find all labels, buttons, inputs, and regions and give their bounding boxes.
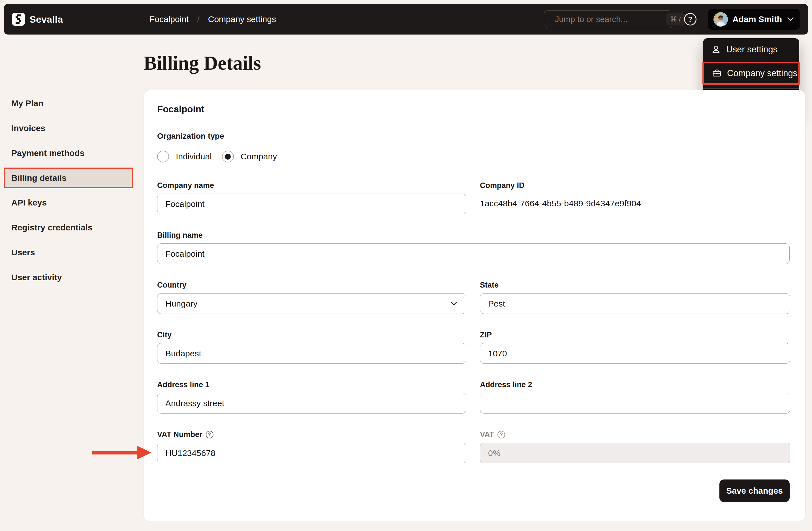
country-field-group: Country Hungary xyxy=(157,280,466,314)
sidebar-item-users[interactable]: Users xyxy=(11,247,35,257)
breadcrumb-page: Company settings xyxy=(208,14,276,24)
brand-name: Sevalla xyxy=(29,14,63,25)
country-selected-value: Hungary xyxy=(165,299,197,309)
company-id-group: Company ID 1acc48b4-7664-4b55-b489-9d434… xyxy=(480,181,790,214)
briefcase-icon xyxy=(712,69,721,78)
company-id-value: 1acc48b4-7664-4b55-b489-9d4347e9f904 xyxy=(480,199,790,208)
menu-item-user-settings[interactable]: User settings xyxy=(703,41,799,59)
radio-label-individual: Individual xyxy=(176,152,212,161)
radio-option-individual[interactable]: Individual xyxy=(157,151,212,162)
annotation-arrow xyxy=(91,444,152,462)
billing-details-card: Focalpoint Organization type Individual … xyxy=(144,90,806,521)
breadcrumb-project[interactable]: Focalpoint xyxy=(149,14,189,24)
sidebar-item-registry-credentials[interactable]: Registry credentials xyxy=(11,222,92,233)
breadcrumb: Focalpoint / Company settings xyxy=(149,4,276,34)
sidebar-item-payment-methods[interactable]: Payment methods xyxy=(11,148,84,158)
address1-field-group: Address line 1 xyxy=(157,380,466,414)
vat-input xyxy=(480,443,790,463)
sidebar-item-billing-details[interactable]: Billing details xyxy=(11,173,67,183)
zip-label: ZIP xyxy=(480,330,790,340)
radio-label-company: Company xyxy=(241,152,277,161)
radio-option-company[interactable]: Company xyxy=(222,151,277,162)
pixel-s-glyph xyxy=(15,14,22,24)
vat-number-label-text: VAT Number xyxy=(157,430,202,439)
address1-input[interactable] xyxy=(157,393,466,414)
company-id-label: Company ID xyxy=(480,181,790,190)
chevron-down-icon xyxy=(787,17,794,21)
menu-divider xyxy=(703,88,799,89)
address2-label: Address line 2 xyxy=(480,380,790,389)
vat-label-text: VAT xyxy=(480,430,494,439)
search-box[interactable]: ⌘ / xyxy=(544,11,673,28)
menu-item-label: Company settings xyxy=(727,68,797,78)
help-icon[interactable]: ? xyxy=(684,13,696,26)
vat-label: VAT ? xyxy=(480,430,790,439)
billing-name-label: Billing name xyxy=(157,231,789,240)
sevalla-logo-icon xyxy=(12,13,25,26)
search-shortcut-badge: ⌘ / xyxy=(666,13,685,26)
billing-name-field-group: Billing name xyxy=(157,231,789,264)
address1-label: Address line 1 xyxy=(157,380,466,389)
state-input[interactable] xyxy=(480,293,790,314)
sidebar-item-api-keys[interactable]: API keys xyxy=(11,197,47,208)
company-card-title: Focalpoint xyxy=(157,104,789,115)
menu-item-label: User settings xyxy=(726,44,778,55)
search-input[interactable] xyxy=(555,15,662,24)
avatar xyxy=(714,13,727,26)
sidebar-item-invoices[interactable]: Invoices xyxy=(11,123,45,133)
organization-type-radio-group: Individual Company xyxy=(157,151,789,162)
brand[interactable]: Sevalla xyxy=(12,13,63,26)
top-bar: Sevalla Focalpoint / Company settings ⌘ … xyxy=(4,4,808,34)
user-name: Adam Smith xyxy=(733,14,782,24)
city-label: City xyxy=(157,330,466,340)
vat-number-input[interactable] xyxy=(157,443,466,463)
vat-help-icon[interactable]: ? xyxy=(497,431,505,439)
address2-field-group: Address line 2 xyxy=(480,380,790,414)
company-name-label: Company name xyxy=(157,181,466,190)
vat-field-group: VAT ? xyxy=(480,430,790,463)
country-select[interactable]: Hungary xyxy=(157,293,466,314)
zip-field-group: ZIP xyxy=(480,330,790,364)
radio-company[interactable] xyxy=(222,151,234,162)
vat-number-help-icon[interactable]: ? xyxy=(206,431,214,439)
country-label: Country xyxy=(157,280,466,290)
company-name-input[interactable] xyxy=(157,194,466,214)
zip-input[interactable] xyxy=(480,343,790,364)
breadcrumb-separator: / xyxy=(197,14,199,24)
city-input[interactable] xyxy=(157,343,466,364)
organization-type-label: Organization type xyxy=(157,131,789,141)
vat-number-field-group: VAT Number ? xyxy=(157,430,466,463)
user-icon xyxy=(711,45,721,54)
state-label: State xyxy=(480,280,790,290)
save-changes-button[interactable]: Save changes xyxy=(720,480,789,502)
radio-individual[interactable] xyxy=(157,151,169,162)
menu-item-company-settings[interactable]: Company settings xyxy=(704,63,798,83)
company-settings-highlight-box: Company settings xyxy=(702,62,800,85)
company-name-field-group: Company name xyxy=(157,181,466,214)
user-menu-button[interactable]: Adam Smith xyxy=(708,9,800,30)
chevron-down-icon xyxy=(450,301,458,306)
page-title: Billing Details xyxy=(144,52,261,74)
address2-input[interactable] xyxy=(480,393,790,414)
city-field-group: City xyxy=(157,330,466,364)
billing-name-input[interactable] xyxy=(157,244,789,264)
sidebar-item-user-activity[interactable]: User activity xyxy=(11,272,62,282)
state-field-group: State xyxy=(480,280,790,314)
sidebar-item-my-plan[interactable]: My Plan xyxy=(11,98,43,108)
vat-number-label: VAT Number ? xyxy=(157,430,466,439)
